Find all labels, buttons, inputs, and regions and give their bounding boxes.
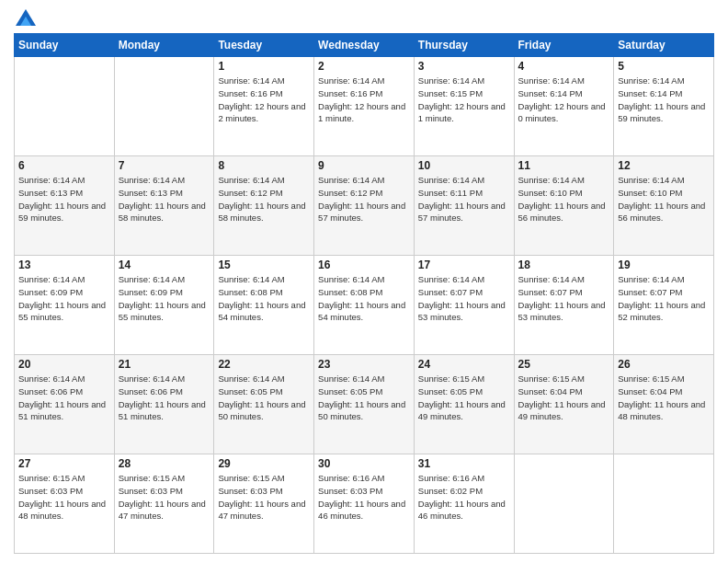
day-number: 28 — [119, 457, 210, 470]
day-number: 22 — [218, 358, 310, 371]
day-number: 20 — [18, 358, 110, 371]
calendar-cell: 3Sunrise: 6:14 AMSunset: 6:15 PMDaylight… — [414, 57, 514, 156]
calendar-week-1: 1Sunrise: 6:14 AMSunset: 6:16 PMDaylight… — [15, 57, 714, 156]
day-info: Sunrise: 6:14 AMSunset: 6:05 PMDaylight:… — [318, 373, 410, 423]
day-info: Sunrise: 6:14 AMSunset: 6:06 PMDaylight:… — [119, 373, 210, 423]
day-info: Sunrise: 6:14 AMSunset: 6:13 PMDaylight:… — [18, 174, 110, 224]
calendar-cell: 27Sunrise: 6:15 AMSunset: 6:03 PMDayligh… — [15, 454, 115, 554]
day-number: 13 — [18, 259, 110, 271]
day-info: Sunrise: 6:14 AMSunset: 6:14 PMDaylight:… — [618, 75, 710, 125]
day-number: 24 — [418, 358, 510, 371]
day-number: 8 — [218, 159, 310, 172]
calendar-cell: 15Sunrise: 6:14 AMSunset: 6:08 PMDayligh… — [214, 256, 314, 355]
calendar-week-2: 6Sunrise: 6:14 AMSunset: 6:13 PMDaylight… — [15, 156, 714, 256]
day-number: 15 — [218, 259, 310, 271]
logo-icon — [16, 9, 36, 26]
calendar-cell: 21Sunrise: 6:14 AMSunset: 6:06 PMDayligh… — [114, 355, 214, 454]
day-info: Sunrise: 6:14 AMSunset: 6:07 PMDaylight:… — [518, 273, 610, 324]
calendar-cell: 22Sunrise: 6:14 AMSunset: 6:05 PMDayligh… — [214, 355, 314, 454]
day-info: Sunrise: 6:14 AMSunset: 6:09 PMDaylight:… — [119, 273, 210, 324]
day-info: Sunrise: 6:14 AMSunset: 6:10 PMDaylight:… — [618, 174, 710, 224]
day-info: Sunrise: 6:14 AMSunset: 6:12 PMDaylight:… — [218, 174, 310, 224]
day-number: 7 — [119, 159, 210, 172]
day-info: Sunrise: 6:14 AMSunset: 6:07 PMDaylight:… — [418, 273, 510, 324]
calendar-header-tuesday: Tuesday — [214, 34, 314, 57]
calendar-cell: 10Sunrise: 6:14 AMSunset: 6:11 PMDayligh… — [414, 156, 514, 256]
day-number: 31 — [418, 457, 510, 470]
day-info: Sunrise: 6:14 AMSunset: 6:13 PMDaylight:… — [119, 174, 210, 224]
calendar-header-wednesday: Wednesday — [314, 34, 415, 57]
day-number: 17 — [418, 259, 510, 271]
calendar-cell: 17Sunrise: 6:14 AMSunset: 6:07 PMDayligh… — [414, 256, 514, 355]
calendar-cell: 24Sunrise: 6:15 AMSunset: 6:05 PMDayligh… — [414, 355, 514, 454]
header — [14, 9, 714, 26]
day-info: Sunrise: 6:16 AMSunset: 6:02 PMDaylight:… — [418, 472, 510, 523]
calendar-week-5: 27Sunrise: 6:15 AMSunset: 6:03 PMDayligh… — [15, 454, 714, 554]
calendar-cell: 2Sunrise: 6:14 AMSunset: 6:16 PMDaylight… — [314, 57, 415, 156]
calendar-cell — [514, 454, 614, 554]
calendar-cell: 16Sunrise: 6:14 AMSunset: 6:08 PMDayligh… — [314, 256, 415, 355]
day-number: 3 — [418, 60, 510, 73]
calendar-cell: 23Sunrise: 6:14 AMSunset: 6:05 PMDayligh… — [314, 355, 415, 454]
calendar-header-monday: Monday — [114, 34, 214, 57]
day-number: 27 — [18, 457, 110, 470]
calendar-cell: 12Sunrise: 6:14 AMSunset: 6:10 PMDayligh… — [614, 156, 714, 256]
calendar-cell: 8Sunrise: 6:14 AMSunset: 6:12 PMDaylight… — [214, 156, 314, 256]
day-number: 6 — [18, 159, 110, 172]
day-number: 16 — [318, 259, 410, 271]
day-number: 2 — [318, 60, 410, 73]
page: SundayMondayTuesdayWednesdayThursdayFrid… — [0, 0, 728, 563]
day-number: 30 — [318, 457, 410, 470]
calendar-header-saturday: Saturday — [614, 34, 714, 57]
calendar-week-4: 20Sunrise: 6:14 AMSunset: 6:06 PMDayligh… — [15, 355, 714, 454]
day-info: Sunrise: 6:14 AMSunset: 6:16 PMDaylight:… — [318, 75, 410, 125]
day-number: 1 — [218, 60, 310, 73]
day-info: Sunrise: 6:14 AMSunset: 6:07 PMDaylight:… — [618, 273, 710, 324]
calendar-cell: 30Sunrise: 6:16 AMSunset: 6:03 PMDayligh… — [314, 454, 415, 554]
calendar-cell: 28Sunrise: 6:15 AMSunset: 6:03 PMDayligh… — [114, 454, 214, 554]
day-number: 12 — [618, 159, 710, 172]
day-info: Sunrise: 6:14 AMSunset: 6:15 PMDaylight:… — [418, 75, 510, 125]
day-info: Sunrise: 6:15 AMSunset: 6:05 PMDaylight:… — [418, 373, 510, 423]
calendar-cell: 7Sunrise: 6:14 AMSunset: 6:13 PMDaylight… — [114, 156, 214, 256]
day-info: Sunrise: 6:14 AMSunset: 6:12 PMDaylight:… — [318, 174, 410, 224]
day-info: Sunrise: 6:14 AMSunset: 6:08 PMDaylight:… — [218, 273, 310, 324]
day-info: Sunrise: 6:15 AMSunset: 6:03 PMDaylight:… — [218, 472, 310, 523]
day-number: 18 — [518, 259, 610, 271]
calendar-cell: 9Sunrise: 6:14 AMSunset: 6:12 PMDaylight… — [314, 156, 415, 256]
day-info: Sunrise: 6:15 AMSunset: 6:03 PMDaylight:… — [119, 472, 210, 523]
calendar-cell: 29Sunrise: 6:15 AMSunset: 6:03 PMDayligh… — [214, 454, 314, 554]
logo — [14, 9, 36, 26]
day-info: Sunrise: 6:14 AMSunset: 6:16 PMDaylight:… — [218, 75, 310, 125]
calendar-cell — [114, 57, 214, 156]
calendar-cell — [15, 57, 115, 156]
day-info: Sunrise: 6:15 AMSunset: 6:04 PMDaylight:… — [518, 373, 610, 423]
calendar-header-thursday: Thursday — [414, 34, 514, 57]
calendar-cell: 4Sunrise: 6:14 AMSunset: 6:14 PMDaylight… — [514, 57, 614, 156]
calendar-table: SundayMondayTuesdayWednesdayThursdayFrid… — [14, 33, 714, 554]
calendar-cell: 26Sunrise: 6:15 AMSunset: 6:04 PMDayligh… — [614, 355, 714, 454]
day-number: 29 — [218, 457, 310, 470]
calendar-cell: 6Sunrise: 6:14 AMSunset: 6:13 PMDaylight… — [15, 156, 115, 256]
day-number: 21 — [119, 358, 210, 371]
day-info: Sunrise: 6:14 AMSunset: 6:14 PMDaylight:… — [518, 75, 610, 125]
calendar-cell: 20Sunrise: 6:14 AMSunset: 6:06 PMDayligh… — [15, 355, 115, 454]
day-number: 26 — [618, 358, 710, 371]
day-number: 9 — [318, 159, 410, 172]
calendar-cell: 25Sunrise: 6:15 AMSunset: 6:04 PMDayligh… — [514, 355, 614, 454]
day-info: Sunrise: 6:14 AMSunset: 6:05 PMDaylight:… — [218, 373, 310, 423]
calendar-header-sunday: Sunday — [15, 34, 115, 57]
calendar-cell: 18Sunrise: 6:14 AMSunset: 6:07 PMDayligh… — [514, 256, 614, 355]
day-info: Sunrise: 6:16 AMSunset: 6:03 PMDaylight:… — [318, 472, 410, 523]
calendar-cell — [614, 454, 714, 554]
calendar-cell: 11Sunrise: 6:14 AMSunset: 6:10 PMDayligh… — [514, 156, 614, 256]
day-number: 5 — [618, 60, 710, 73]
day-info: Sunrise: 6:14 AMSunset: 6:10 PMDaylight:… — [518, 174, 610, 224]
calendar-header-friday: Friday — [514, 34, 614, 57]
day-number: 23 — [318, 358, 410, 371]
day-number: 25 — [518, 358, 610, 371]
day-info: Sunrise: 6:15 AMSunset: 6:03 PMDaylight:… — [18, 472, 110, 523]
calendar-cell: 1Sunrise: 6:14 AMSunset: 6:16 PMDaylight… — [214, 57, 314, 156]
calendar-week-3: 13Sunrise: 6:14 AMSunset: 6:09 PMDayligh… — [15, 256, 714, 355]
day-info: Sunrise: 6:14 AMSunset: 6:08 PMDaylight:… — [318, 273, 410, 324]
